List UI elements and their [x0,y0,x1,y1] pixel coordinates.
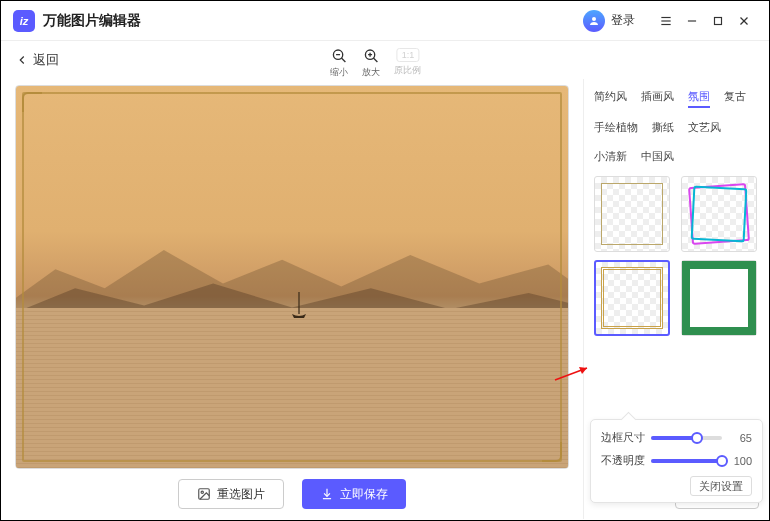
zoom-out-button[interactable]: 缩小 [330,48,348,79]
cat-fresh[interactable]: 小清新 [594,147,627,166]
frame-thumb-3[interactable] [594,260,670,336]
opacity-slider[interactable] [651,459,722,463]
size-row: 边框尺寸 65 [601,430,752,445]
opacity-row: 不透明度 100 [601,453,752,468]
size-slider[interactable] [651,436,722,440]
app-logo: iz [13,10,35,32]
login-link[interactable]: 登录 [611,12,635,29]
category-tabs: 简约风 插画风 氛围 复古 手绘植物 撕纸 文艺风 小清新 中国风 [594,87,759,166]
size-value: 65 [728,432,752,444]
svg-point-17 [201,491,203,493]
ratio-badge: 1:1 [397,48,420,62]
close-button[interactable] [731,8,757,34]
menu-button[interactable] [653,8,679,34]
back-button[interactable]: 返回 [15,51,59,69]
cat-artsy[interactable]: 文艺风 [688,118,721,137]
side-panel: 简约风 插画风 氛围 复古 手绘植物 撕纸 文艺风 小清新 中国风 边框尺寸 6 [583,79,769,519]
save-label: 立即保存 [340,486,388,503]
svg-rect-5 [715,17,722,24]
minimize-button[interactable] [679,8,705,34]
cat-ambience[interactable]: 氛围 [688,87,710,108]
maximize-button[interactable] [705,8,731,34]
reselect-label: 重选图片 [217,486,265,503]
frame-thumb-2[interactable] [681,176,757,252]
cat-tornpaper[interactable]: 撕纸 [652,118,674,137]
zoom-controls: 缩小 放大 1:1 原比例 [330,48,421,79]
titlebar: iz 万能图片编辑器 登录 [1,1,769,41]
svg-point-0 [592,17,596,21]
size-label: 边框尺寸 [601,430,645,445]
toolbar: 返回 缩小 放大 1:1 原比例 [1,41,769,79]
canvas-area: 重选图片 立即保存 [1,79,583,519]
opacity-label: 不透明度 [601,453,645,468]
reselect-image-button[interactable]: 重选图片 [178,479,284,509]
cat-retro[interactable]: 复古 [724,87,746,108]
close-settings-row: 关闭设置 [601,476,752,494]
download-icon [320,487,334,501]
opacity-value: 100 [728,455,752,467]
cat-chinese[interactable]: 中国风 [641,147,674,166]
back-label: 返回 [33,51,59,69]
frame-thumb-4[interactable] [681,260,757,336]
frame-thumbnails [594,176,759,336]
zoom-in-label: 放大 [362,66,380,79]
image-canvas[interactable] [15,85,569,469]
svg-line-9 [341,58,345,62]
ratio-button: 1:1 原比例 [394,48,421,79]
cat-simple[interactable]: 简约风 [594,87,627,108]
main-area: 重选图片 立即保存 简约风 插画风 氛围 复古 手绘植物 撕纸 文艺风 小清新 … [1,79,769,519]
frame-thumb-1[interactable] [594,176,670,252]
frame-settings-popover: 边框尺寸 65 不透明度 100 关闭设置 [590,419,763,503]
canvas-actions: 重选图片 立即保存 [15,469,569,511]
cat-illustration[interactable]: 插画风 [641,87,674,108]
applied-frame [22,92,562,462]
cat-handdrawn[interactable]: 手绘植物 [594,118,638,137]
zoom-in-button[interactable]: 放大 [362,48,380,79]
save-button[interactable]: 立即保存 [302,479,406,509]
zoom-out-label: 缩小 [330,66,348,79]
avatar-icon[interactable] [583,10,605,32]
svg-line-12 [373,58,377,62]
close-settings-button[interactable]: 关闭设置 [690,476,752,496]
ratio-label: 原比例 [394,64,421,77]
app-title: 万能图片编辑器 [43,12,141,30]
image-icon [197,487,211,501]
